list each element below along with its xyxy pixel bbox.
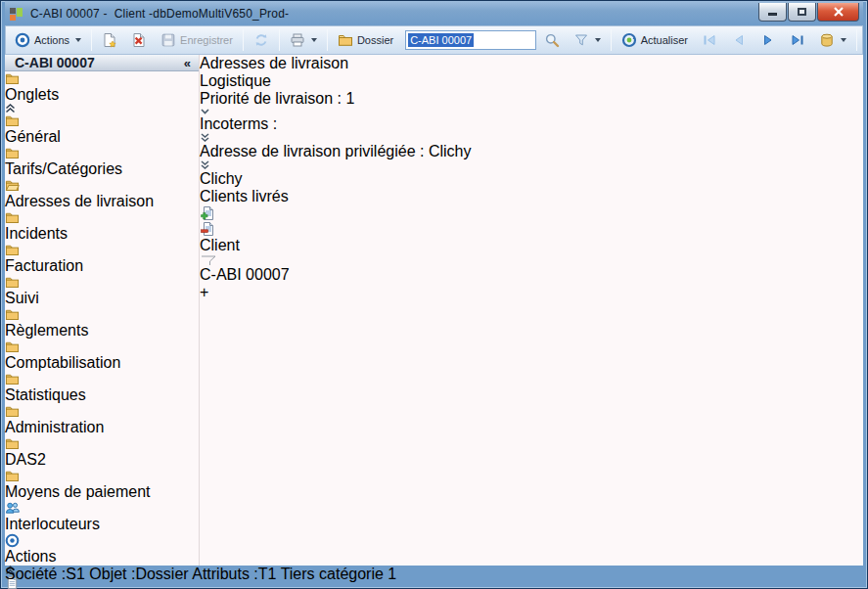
page-title: Adresses de livraison xyxy=(200,55,471,72)
grid-toolbar xyxy=(200,205,471,237)
chevron-down-icon xyxy=(75,38,81,42)
combo-dropdown-button[interactable] xyxy=(200,108,471,115)
tree-item-moyens-de-paiement[interactable]: Moyens de paiement xyxy=(5,469,199,501)
folder-icon xyxy=(5,113,20,128)
search-input[interactable]: C-ABI 00007 xyxy=(405,30,536,50)
search-button[interactable] xyxy=(538,29,566,51)
actions-menu-button[interactable]: Actions xyxy=(9,29,87,51)
onglets-tree: Général Tarifs/Catégories Adresses de li… xyxy=(5,113,199,533)
save-label: Enregistrer xyxy=(180,34,233,46)
status-societe: Société :S1 xyxy=(5,566,85,582)
new-record-button[interactable] xyxy=(96,29,123,51)
nav-next-button[interactable] xyxy=(754,29,782,51)
magnifier-icon xyxy=(544,32,560,48)
dossier-label: Dossier xyxy=(357,34,393,46)
nav-last-button[interactable] xyxy=(784,29,811,51)
grid-delete-row-button[interactable] xyxy=(200,221,471,237)
tree-item-interlocuteurs[interactable]: Interlocuteurs xyxy=(5,501,199,533)
grid-add-row-button[interactable] xyxy=(200,205,471,221)
tree-item-das2[interactable]: DAS2 xyxy=(5,436,199,469)
tree-item-label: Règlements xyxy=(5,322,88,339)
people-icon xyxy=(5,501,20,516)
close-icon xyxy=(833,7,845,17)
toolbar-separator xyxy=(243,29,244,51)
logistique-group-label: Logistique xyxy=(200,72,271,89)
grid-add-button[interactable]: + xyxy=(200,284,208,300)
chevron-down-icon xyxy=(841,38,846,42)
nav-first-button[interactable] xyxy=(696,29,723,51)
folder-icon xyxy=(5,243,20,257)
app-logo-icon xyxy=(9,6,24,22)
close-button[interactable] xyxy=(817,3,859,22)
previous-record-icon xyxy=(731,32,747,48)
target-icon xyxy=(15,32,30,48)
grid-row-client[interactable]: C-ABI 00007 xyxy=(200,266,290,283)
combo-dropdown-button[interactable] xyxy=(200,133,471,143)
actualiser-label: Actualiser xyxy=(641,34,688,46)
nav-previous-button[interactable] xyxy=(725,29,753,51)
main-toolbar: Actions Enregistrer Dossier C-ABI 00 xyxy=(5,25,863,55)
app-window: C-ABI 00007 - Client -dbDemoMultiV650_Pr… xyxy=(0,0,868,589)
open-folder-icon xyxy=(5,178,20,193)
logistique-group: Logistique xyxy=(200,72,471,90)
folder-icon xyxy=(5,210,20,225)
print-button[interactable] xyxy=(284,29,323,51)
tree-item-facturation[interactable]: Facturation xyxy=(5,243,199,275)
next-record-icon xyxy=(760,32,776,48)
last-record-icon xyxy=(790,32,805,48)
collapse-chevrons-icon[interactable] xyxy=(5,104,16,113)
chevron-down-icon xyxy=(200,108,210,115)
incoterms-combobox[interactable] xyxy=(200,133,471,143)
adresse-privilegiee-readonly-value: Clichy xyxy=(200,170,243,187)
filter-button[interactable] xyxy=(568,29,607,51)
folder-icon xyxy=(5,469,20,483)
toolbar-separator xyxy=(611,29,612,51)
tree-item-incidents[interactable]: Incidents xyxy=(5,210,199,243)
field-label: Incoterms : xyxy=(200,115,277,132)
sidebar-collapse-button[interactable]: « xyxy=(184,56,191,70)
sidebar: C-ABI 00007 « Onglets Général Tarifs/Cat… xyxy=(5,55,200,566)
tree-item-label: Comptabilisation xyxy=(5,354,120,371)
grid-header-row: Client xyxy=(200,237,471,266)
database-button[interactable] xyxy=(813,29,852,51)
tree-item-adresses-de-livraison[interactable]: Adresses de livraison xyxy=(5,178,199,210)
window-title: C-ABI 00007 - Client -dbDemoMultiV650_Pr… xyxy=(30,7,753,21)
tree-item-suivi[interactable]: Suivi xyxy=(5,275,199,307)
tree-item-statistiques[interactable]: Statistiques xyxy=(5,372,199,404)
tree-item-tarifs-categories[interactable]: Tarifs/Catégories xyxy=(5,146,199,178)
actualiser-button[interactable]: Actualiser xyxy=(616,29,694,51)
funnel-icon xyxy=(573,32,589,48)
sidebar-header: C-ABI 00007 « xyxy=(5,55,199,71)
delete-record-button[interactable] xyxy=(125,29,153,51)
folder-icon xyxy=(338,32,353,48)
tree-item-comptabilisation[interactable]: Comptabilisation xyxy=(5,340,199,372)
folder-icon xyxy=(5,372,20,386)
tree-item-label: Statistiques xyxy=(5,386,86,403)
main-panel: Adresses de livraison Logistique Priorit… xyxy=(200,55,471,566)
panel-onglets-header[interactable]: Onglets xyxy=(5,71,199,113)
tree-item-general[interactable]: Général xyxy=(5,113,199,146)
minimize-button[interactable] xyxy=(758,3,787,22)
folder-icon xyxy=(5,307,20,322)
window-controls xyxy=(758,3,859,22)
toolbar-separator xyxy=(327,29,328,51)
target-icon xyxy=(5,533,20,548)
field-incoterms: Incoterms : xyxy=(200,115,471,143)
grid-column-client[interactable]: Client xyxy=(200,237,240,253)
maximize-button[interactable] xyxy=(788,3,816,22)
tree-item-label: Interlocuteurs xyxy=(5,516,100,532)
dossier-button[interactable]: Dossier xyxy=(332,29,399,51)
combo-dropdown-button[interactable] xyxy=(200,160,471,170)
tree-item-label: Tarifs/Catégories xyxy=(5,160,122,177)
grid-filter-funnel-icon[interactable] xyxy=(200,254,217,266)
titlebar: C-ABI 00007 - Client -dbDemoMultiV650_Pr… xyxy=(5,1,863,25)
save-button[interactable]: Enregistrer xyxy=(155,29,239,51)
refresh-button[interactable] xyxy=(248,29,275,51)
status-bar: Société :S1 Objet :Dossier Attributs :T1… xyxy=(5,566,863,583)
panel-onglets-label: Onglets xyxy=(5,86,59,103)
tree-item-reglements[interactable]: Règlements xyxy=(5,307,199,340)
tree-item-administration[interactable]: Administration xyxy=(5,404,199,436)
double-arrows-icon xyxy=(253,32,269,48)
chevron-down-icon xyxy=(595,38,601,42)
body: C-ABI 00007 « Onglets Général Tarifs/Cat… xyxy=(5,55,863,566)
